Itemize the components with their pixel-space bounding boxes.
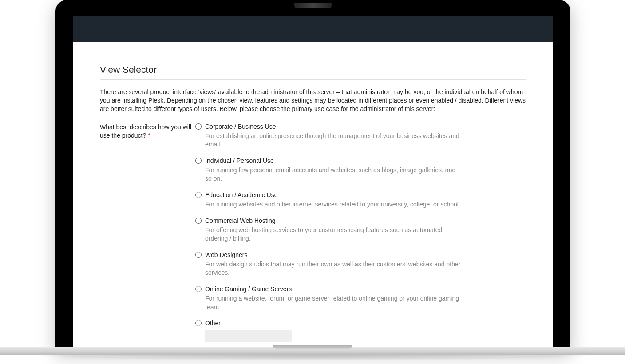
radio-line[interactable]: Education / Academic Use: [195, 191, 526, 198]
radio-option-corporate: Corporate / Business Use For establishin…: [195, 123, 526, 149]
question-label: What best describes how you will use the…: [100, 123, 191, 139]
other-text-input[interactable]: [205, 330, 292, 342]
radio-description: For running few personal email accounts …: [205, 166, 463, 183]
radio-input-gaming[interactable]: [195, 286, 202, 292]
radio-label[interactable]: Online Gaming / Game Servers: [205, 285, 292, 293]
radio-input-other[interactable]: [195, 320, 202, 326]
screen-area: View Selector There are several product …: [73, 16, 553, 351]
radio-option-commercial: Commercial Web Hosting For offering web …: [195, 217, 526, 243]
radio-label[interactable]: Commercial Web Hosting: [205, 217, 275, 224]
radio-description: For offering web hosting services to you…: [205, 226, 463, 243]
page-title: View Selector: [100, 64, 526, 80]
radio-option-other: Other: [195, 320, 526, 342]
form-row: What best describes how you will use the…: [100, 123, 526, 347]
radio-line[interactable]: Web Designers: [195, 251, 526, 258]
radio-input-webdesigners[interactable]: [195, 252, 202, 258]
radio-description: For establishing an online presence thro…: [205, 132, 463, 149]
radio-input-individual[interactable]: [195, 158, 202, 164]
page-content: View Selector There are several product …: [73, 42, 553, 351]
radio-line[interactable]: Individual / Personal Use: [195, 157, 526, 164]
radio-label[interactable]: Education / Academic Use: [205, 191, 277, 198]
radio-description: For running a website, forum, or game se…: [205, 294, 463, 312]
radio-line[interactable]: Other: [195, 320, 526, 327]
radio-option-webdesigners: Web Designers For web design studios tha…: [195, 251, 526, 277]
options-column: Corporate / Business Use For establishin…: [195, 123, 526, 347]
laptop-camera-notch: [294, 3, 332, 8]
radio-line[interactable]: Online Gaming / Game Servers: [195, 285, 526, 293]
radio-option-education: Education / Academic Use For running web…: [195, 191, 526, 209]
radio-label[interactable]: Individual / Personal Use: [205, 157, 274, 164]
laptop-frame: View Selector There are several product …: [55, 0, 570, 351]
radio-label[interactable]: Corporate / Business Use: [205, 123, 276, 130]
radio-line[interactable]: Corporate / Business Use: [195, 123, 526, 130]
question-label-column: What best describes how you will use the…: [100, 123, 195, 140]
radio-input-commercial[interactable]: [195, 218, 202, 224]
radio-label[interactable]: Other: [205, 320, 221, 327]
required-asterisk: *: [148, 132, 150, 139]
radio-label[interactable]: Web Designers: [205, 251, 247, 258]
radio-description: For web design studios that may run thei…: [205, 260, 463, 277]
app-header-bar: [73, 16, 553, 42]
radio-input-corporate[interactable]: [195, 123, 202, 130]
radio-option-gaming: Online Gaming / Game Servers For running…: [195, 285, 526, 312]
intro-paragraph: There are several product interface 'vie…: [100, 88, 526, 113]
laptop-base: [0, 347, 625, 355]
radio-input-education[interactable]: [195, 192, 202, 198]
radio-line[interactable]: Commercial Web Hosting: [195, 217, 526, 224]
radio-option-individual: Individual / Personal Use For running fe…: [195, 157, 526, 183]
radio-description: For running websites and other internet …: [205, 200, 463, 209]
